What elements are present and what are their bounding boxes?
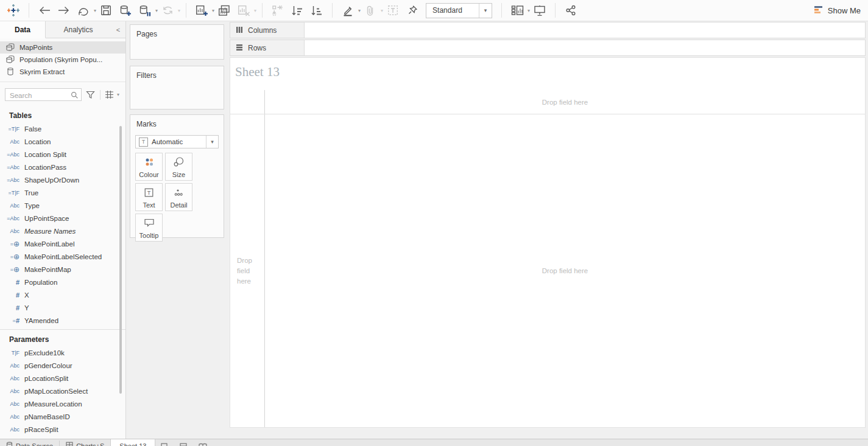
new-dashboard-button[interactable] [174,439,193,446]
field-row[interactable]: #Y [0,301,125,314]
rows-shelf[interactable]: Rows [230,40,866,56]
parameter-row[interactable]: AbcpMeasureLocation [0,397,125,410]
sheet-tab[interactable]: Charts+S [60,439,110,446]
back-arrow-icon[interactable] [36,2,53,19]
text-button[interactable]: TText [135,183,163,211]
tab-data[interactable]: Data [0,21,46,38]
fix-axes-icon[interactable] [404,2,421,19]
swap-rows-columns-icon[interactable] [269,2,286,19]
pages-card[interactable]: Pages [130,24,224,60]
group-members-icon[interactable] [362,2,379,19]
columns-shelf-text: Columns [248,26,277,35]
tableau-logo-icon[interactable] [5,2,22,19]
field-row[interactable]: =#YAmended [0,314,125,327]
undo-loop-caret-icon[interactable]: ▾ [94,8,96,13]
tooltip-icon [144,218,155,230]
presentation-mode-icon[interactable] [531,2,548,19]
parameter-row[interactable]: AbcpNameBaseID [0,410,125,423]
rows-shelf-label: Rows [230,40,305,55]
search-input[interactable] [9,89,72,101]
sheet-tab-active[interactable]: Sheet 13 [110,439,155,446]
field-row[interactable]: =AbcShapeUpOrDown [0,173,125,186]
field-row[interactable]: =AbcUpPointSpace [0,212,125,225]
fit-selector-caret-icon[interactable]: ▾ [479,4,492,18]
show-hide-cards-icon[interactable] [509,2,526,19]
add-data-source-icon[interactable] [117,2,134,19]
sort-ascending-icon[interactable] [289,2,306,19]
field-row[interactable]: AbcType [0,199,125,212]
field-row[interactable]: AbcMeasure Names [0,225,125,237]
show-hide-cards-caret-icon[interactable]: ▾ [528,8,530,13]
view-options-icon[interactable] [105,91,114,99]
view-options-caret-icon[interactable]: ▾ [117,92,119,97]
tables-header: Tables [0,106,125,122]
mark-type-caret-icon[interactable]: ▾ [206,136,218,148]
pause-auto-updates-icon[interactable] [136,2,153,19]
undo-loop-icon[interactable] [75,2,92,19]
tab-analytics[interactable]: Analytics [46,21,111,38]
filter-fields-icon[interactable] [86,91,95,99]
pause-auto-updates-caret-icon[interactable]: ▾ [155,8,158,13]
parameter-row[interactable]: AbcpGenderColour [0,359,125,372]
duplicate-sheet-icon[interactable] [216,2,233,19]
parameter-row[interactable]: T|FpExclude10k [0,346,125,359]
parameter-row[interactable]: AbcpMapLocationSelect [0,385,125,397]
drop-zone-center[interactable]: Drop field here [265,114,865,427]
new-worksheet-caret-icon[interactable]: ▾ [212,8,214,13]
refresh-data-caret-icon[interactable]: ▾ [178,8,180,13]
data-source-item[interactable]: Population (Skyrim Popu... [0,54,125,66]
field-row[interactable]: #Population [0,276,125,288]
parameter-row[interactable]: AbcpLocationSplit [0,372,125,385]
show-me-button[interactable]: Show Me [814,0,861,21]
field-row[interactable]: =⊕MakePointMap [0,263,125,276]
new-worksheet-icon[interactable] [193,2,210,19]
sort-descending-icon[interactable] [308,2,325,19]
field-label: Location Split [24,151,66,158]
field-type-icon: =⊕ [0,267,19,273]
size-button[interactable]: Size [165,153,192,181]
data-source-item[interactable]: MapPoints [0,41,125,54]
search-box[interactable] [5,88,82,101]
new-story-icon [199,442,207,446]
clear-sheet-icon[interactable] [235,2,252,19]
field-row[interactable]: =AbcLocationPass [0,161,125,173]
colour-button[interactable]: Colour [135,153,163,181]
highlight-caret-icon[interactable]: ▾ [358,8,361,13]
save-icon[interactable] [97,2,115,19]
field-row[interactable]: =AbcLocation Split [0,148,125,161]
field-row[interactable]: #X [0,288,125,301]
field-label: MakePointMap [24,266,71,273]
mark-type-dropdown[interactable]: T Automatic ▾ [135,135,219,148]
field-row[interactable]: =T|FTrue [0,186,125,199]
field-row[interactable]: AbcLocation [0,135,125,148]
new-sheet-actions [155,439,213,446]
show-mark-labels-icon[interactable] [384,2,401,19]
collapse-pane-button[interactable]: < [111,21,125,38]
clear-sheet-caret-icon[interactable]: ▾ [254,8,256,13]
parameter-row[interactable]: AbcpRaceSplit [0,423,125,436]
field-row[interactable]: =T|FFalse [0,122,125,135]
refresh-data-icon[interactable] [159,2,176,19]
detail-button[interactable]: Detail [165,183,192,211]
drop-zone-left[interactable]: Drop field here [230,114,264,427]
group-members-caret-icon[interactable]: ▾ [381,8,383,13]
sidebar-scrollbar[interactable] [119,126,122,394]
highlight-icon[interactable] [339,2,356,19]
field-row[interactable]: =⊕MakePointLabelSelected [0,250,125,263]
data-source-name: Skyrim Extract [19,68,65,75]
columns-shelf-drop-area[interactable] [305,23,865,38]
fit-selector[interactable]: Standard▾ [426,3,492,18]
data-source-tab[interactable]: Data Source [0,439,59,446]
drop-zone-top[interactable]: Drop field here [265,90,865,114]
columns-shelf[interactable]: Columns [230,22,866,38]
new-story-button[interactable] [193,439,213,446]
tooltip-button[interactable]: Tooltip [135,214,163,242]
share-icon[interactable] [562,2,579,19]
new-worksheet-button[interactable] [155,439,174,446]
rows-shelf-drop-area[interactable] [305,40,865,55]
data-source-item[interactable]: Skyrim Extract [0,66,125,78]
filters-card[interactable]: Filters [130,66,224,110]
field-row[interactable]: =⊕MakePointLabel [0,237,125,250]
forward-arrow-icon[interactable] [55,2,72,19]
sheet-title[interactable]: Sheet 13 [230,58,865,80]
